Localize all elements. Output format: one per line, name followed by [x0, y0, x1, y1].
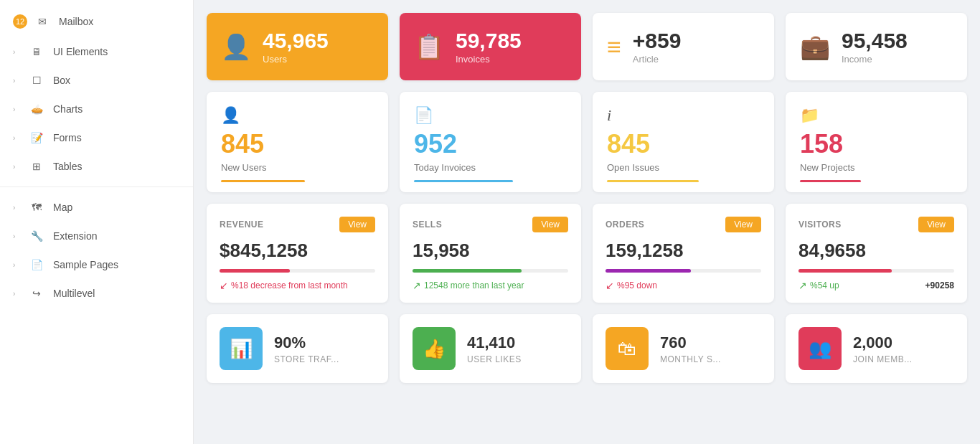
user-likes-icon: 👍: [413, 327, 456, 370]
chevron-icon: ›: [13, 134, 20, 142]
bottom-cards-section: 📊 90% STORE TRAF... 👍 41,410 USER LIKES …: [207, 314, 967, 383]
sidebar-item-box[interactable]: › ☐ Box: [0, 66, 193, 95]
top-card-users: 👤 45,965 Users: [207, 13, 388, 80]
trend-up-icon: ↗: [413, 280, 421, 291]
sidebar-item-extension[interactable]: › 🔧 Extension: [0, 222, 193, 250]
orders-value: 159,1258: [606, 240, 761, 262]
sidebar-item-label: Map: [53, 202, 72, 213]
store-traffic-info: 90% STORE TRAF...: [274, 334, 339, 364]
trend-down-icon: ↙: [606, 280, 614, 291]
income-icon: 💼: [800, 32, 830, 61]
revenue-view-button[interactable]: View: [339, 217, 375, 232]
sells-header: SELLS View: [413, 217, 568, 232]
metric-card-new-projects: 📁 158 New Projects: [786, 92, 967, 192]
monthly-sales-icon: 🛍: [606, 327, 649, 370]
visitors-extra: +90258: [925, 280, 954, 291]
invoice-icon: 📄: [414, 106, 433, 125]
top-card-article-info: +859 Article: [633, 29, 760, 65]
orders-header: ORDERS View: [606, 217, 761, 232]
bottom-card-store-traffic: 📊 90% STORE TRAF...: [207, 314, 388, 383]
top-card-users-info: 45,965 Users: [263, 29, 374, 65]
trend-down-icon: ↙: [220, 280, 228, 291]
invoices-value: 59,785: [456, 29, 567, 52]
monthly-sales-label: MONTHLY S...: [660, 354, 721, 364]
sidebar-item-map[interactable]: › 🗺 Map: [0, 193, 193, 222]
sidebar-item-ui-elements[interactable]: › 🖥 UI Elements: [0, 37, 193, 66]
metric-card-new-users: 👤 845 New Users: [207, 92, 388, 192]
sidebar-item-tables[interactable]: › ⊞ Tables: [0, 152, 193, 181]
sidebar-item-mailbox[interactable]: 12 ✉ Mailbox: [0, 6, 193, 37]
orders-view-button[interactable]: View: [725, 217, 761, 232]
user-likes-label: USER LIKES: [467, 354, 522, 364]
visitors-trend: ↗ %54 up +90258: [798, 280, 954, 291]
revenue-card-orders: ORDERS View 159,1258 ↙ %95 down: [593, 204, 774, 303]
revenue-card-visitors: VISITORS View 84,9658 ↗ %54 up +90258: [786, 204, 967, 303]
revenue-trend: ↙ %18 decrease from last month: [220, 280, 375, 291]
orders-title: ORDERS: [606, 219, 644, 230]
today-invoices-bar: [414, 180, 513, 182]
user-likes-value: 41,410: [467, 334, 522, 352]
income-label: Income: [842, 54, 953, 65]
sidebar-item-label: Multilevel: [53, 288, 95, 299]
store-traffic-value: 90%: [274, 334, 339, 352]
users-icon: 👤: [221, 32, 251, 61]
visitors-bar-bg: [798, 269, 954, 273]
join-members-info: 2,000 JOIN MEMB...: [853, 334, 913, 364]
sells-view-button[interactable]: View: [532, 217, 568, 232]
top-card-article: ≡ +859 Article: [593, 13, 774, 80]
sells-bar-bg: [413, 269, 568, 273]
open-issues-value: 845: [607, 129, 760, 159]
metric-card-header: 📁: [800, 106, 953, 125]
today-invoices-label: Today Invoices: [414, 162, 567, 173]
invoices-label: Invoices: [456, 54, 567, 65]
trend-up-icon: ↗: [798, 280, 807, 291]
sidebar-item-forms[interactable]: › 📝 Forms: [0, 123, 193, 152]
top-cards-section: 👤 45,965 Users 📋 59,785 Invoices ≡ +859 …: [207, 13, 967, 80]
visitors-header: VISITORS View: [798, 217, 954, 232]
revenue-cards-section: REVENUE View $845,1258 ↙ %18 decrease fr…: [207, 204, 967, 303]
metric-card-open-issues: i 845 Open Issues: [593, 92, 774, 192]
sidebar-item-label: Sample Pages: [53, 259, 118, 270]
extension-icon: 🔧: [27, 230, 46, 242]
join-members-label: JOIN MEMB...: [853, 354, 913, 364]
sidebar-item-label: Extension: [53, 230, 97, 242]
metric-card-header: 👤: [221, 106, 374, 125]
sidebar: 12 ✉ Mailbox › 🖥 UI Elements › ☐ Box › 🥧…: [0, 0, 194, 444]
map-icon: 🗺: [27, 202, 46, 213]
metric-cards-section: 👤 845 New Users 📄 952 Today Invoices i 8…: [207, 92, 967, 192]
open-issues-bar: [607, 180, 699, 182]
metric-card-today-invoices: 📄 952 Today Invoices: [400, 92, 581, 192]
chevron-icon: ›: [13, 290, 20, 298]
box-icon: ☐: [27, 75, 46, 86]
sidebar-item-multilevel[interactable]: › ↪ Multilevel: [0, 279, 193, 308]
new-users-label: New Users: [221, 162, 374, 173]
visitors-view-button[interactable]: View: [918, 217, 954, 232]
revenue-header: REVENUE View: [220, 217, 375, 232]
income-value: 95,458: [842, 29, 953, 52]
revenue-title: REVENUE: [220, 219, 264, 230]
info-icon: i: [607, 106, 611, 125]
monitor-icon: 🖥: [27, 46, 46, 57]
chevron-icon: ›: [13, 77, 20, 85]
visitors-value: 84,9658: [798, 240, 954, 262]
chevron-icon: ›: [13, 261, 20, 269]
sells-title: SELLS: [413, 219, 442, 230]
person-icon: 👤: [221, 106, 240, 125]
revenue-value: $845,1258: [220, 240, 375, 262]
sidebar-item-label: UI Elements: [53, 46, 108, 57]
sidebar-item-sample-pages[interactable]: › 📄 Sample Pages: [0, 250, 193, 279]
tables-icon: ⊞: [27, 161, 46, 172]
users-value: 45,965: [263, 29, 374, 52]
sidebar-item-label: Charts: [53, 103, 83, 115]
sells-bar: [413, 269, 522, 273]
orders-bar: [606, 269, 691, 273]
top-card-income: 💼 95,458 Income: [786, 13, 967, 80]
article-label: Article: [633, 54, 760, 65]
sidebar-item-charts[interactable]: › 🥧 Charts: [0, 95, 193, 123]
invoices-icon: 📋: [414, 32, 444, 61]
chevron-icon: ›: [13, 48, 20, 56]
orders-bar-bg: [606, 269, 761, 273]
sidebar-item-label: Forms: [53, 132, 82, 143]
new-projects-bar: [800, 180, 861, 182]
sells-value: 15,958: [413, 240, 568, 262]
